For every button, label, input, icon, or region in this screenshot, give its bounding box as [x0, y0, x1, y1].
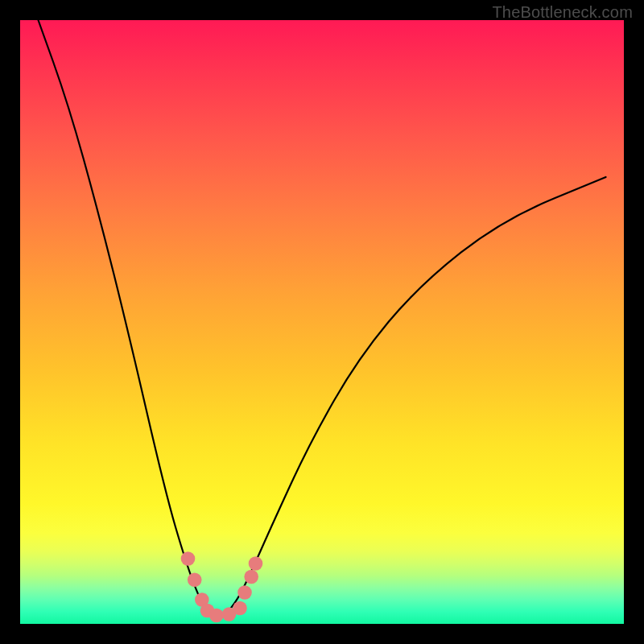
- marker-group: [181, 551, 263, 622]
- data-marker: [181, 551, 196, 566]
- data-marker: [233, 601, 247, 616]
- data-marker: [237, 585, 252, 600]
- bottleneck-curve: [39, 20, 606, 617]
- watermark-label: TheBottleneck.com: [492, 3, 633, 22]
- data-marker: [188, 573, 202, 588]
- data-marker: [244, 570, 258, 584]
- chart-overlay: [0, 0, 644, 644]
- data-marker: [209, 609, 224, 623]
- data-marker: [249, 556, 263, 571]
